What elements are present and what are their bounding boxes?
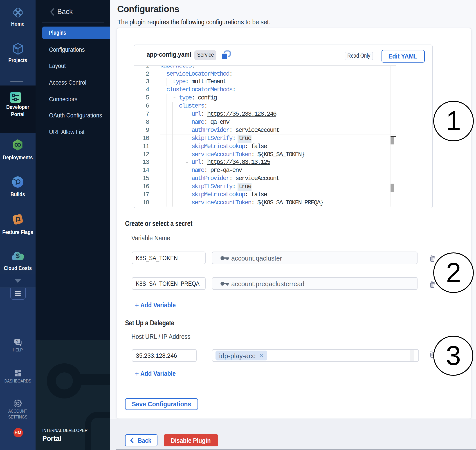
svg-text:?: ? — [16, 339, 18, 343]
svg-text:$: $ — [16, 252, 20, 260]
